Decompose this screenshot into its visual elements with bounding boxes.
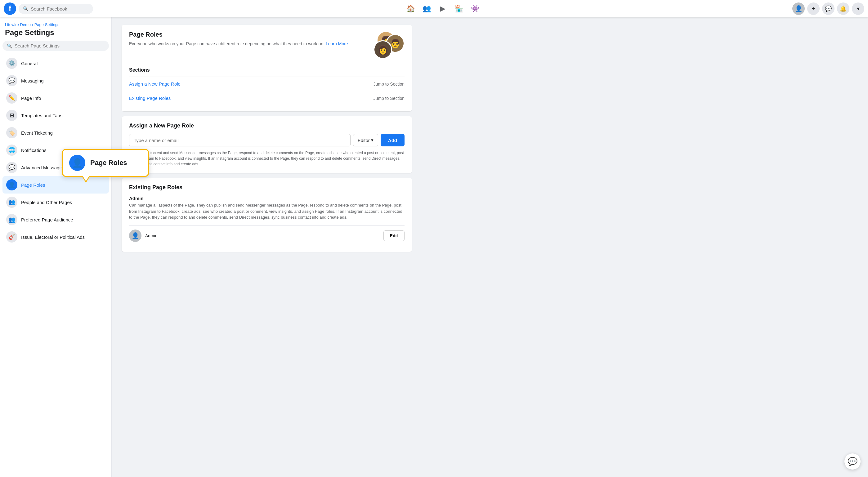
sidebar-item-messaging[interactable]: 💬 Messaging (2, 72, 109, 89)
page-info-icon: ✏️ (6, 92, 18, 104)
user-avatar[interactable]: 👤 (792, 2, 805, 15)
sidebar-item-label: Page Roles (21, 182, 45, 188)
topnav: f 🔍 🏠 👥 ▶ 🏪 👾 👤 + 💬 🔔 ▾ (0, 0, 868, 18)
account-menu-button[interactable]: ▾ (852, 2, 864, 15)
nav-watch-button[interactable]: ▶ (435, 1, 450, 16)
event-icon: 🏷️ (6, 127, 18, 138)
admin-user-row: 👤 Admin Edit (129, 225, 405, 246)
section-row-existing: Existing Page Roles Jump to Section (129, 91, 405, 105)
sidebar-item-page-info[interactable]: ✏️ Page Info (2, 89, 109, 107)
sidebar: Lifewire Demo › Page Settings Page Setti… (0, 18, 112, 477)
assign-name-email-input[interactable] (129, 134, 350, 147)
learn-more-link[interactable]: Learn More (326, 41, 348, 46)
tooltip-icon: 👤 (69, 155, 85, 171)
breadcrumb-current: Page Settings (34, 22, 60, 27)
facebook-logo[interactable]: f (4, 2, 16, 15)
page-roles-desc: Everyone who works on your Page can have… (129, 41, 348, 47)
sidebar-item-label: Templates and Tabs (21, 113, 62, 118)
admin-user-name: Admin (145, 233, 158, 238)
avatar-group: 👩 👨 👩 (367, 31, 405, 56)
tooltip-text: Page Roles (90, 159, 127, 167)
page-roles-header-text: Page Roles Everyone who works on your Pa… (129, 31, 348, 47)
role-dropdown-button[interactable]: Editor ▾ (353, 134, 378, 147)
assign-new-role-card: Assign a New Page Role Editor ▾ Add Can … (122, 116, 412, 173)
existing-jump-link[interactable]: Jump to Section (373, 96, 405, 101)
nav-right: 👤 + 💬 🔔 ▾ (792, 2, 864, 15)
sections-container: Sections Assign a New Page Role Jump to … (129, 62, 405, 105)
sidebar-item-preferred-page-audience[interactable]: 👥 Preferred Page Audience (2, 211, 109, 228)
chat-fab-button[interactable]: 💬 (844, 453, 861, 470)
admin-user-avatar: 👤 (129, 229, 142, 242)
tooltip-person-icon: 👤 (72, 158, 83, 168)
sidebar-item-people-other-pages[interactable]: 👥 People and Other Pages (2, 194, 109, 211)
role-label: Editor (358, 138, 370, 143)
sidebar-item-templates-tabs[interactable]: ⊞ Templates and Tabs (2, 107, 109, 124)
notifications-button[interactable]: 🔔 (837, 2, 849, 15)
sidebar-item-label: Advanced Messaging (21, 165, 65, 170)
breadcrumb-parent[interactable]: Lifewire Demo (5, 22, 31, 27)
notifications-icon: 🌐 (6, 145, 18, 156)
main-content: Page Roles Everyone who works on your Pa… (112, 18, 422, 477)
existing-roles-title: Existing Page Roles (129, 184, 405, 191)
existing-card-body: Existing Page Roles Admin Can manage all… (122, 178, 412, 252)
page-roles-overview-card: Page Roles Everyone who works on your Pa… (122, 25, 412, 112)
dropdown-icon: ▾ (371, 137, 373, 143)
breadcrumb: Lifewire Demo › Page Settings (2, 22, 109, 28)
sidebar-search-input[interactable] (14, 43, 104, 49)
assign-new-role-link[interactable]: Assign a New Page Role (129, 81, 181, 87)
sidebar-item-label: Issue, Electoral or Political Ads (21, 234, 85, 240)
section-row-assign: Assign a New Page Role Jump to Section (129, 76, 405, 91)
sidebar-item-label: People and Other Pages (21, 200, 72, 205)
avatar-3: 👩 (373, 40, 392, 59)
add-role-button[interactable]: Add (381, 134, 405, 147)
nav-friends-button[interactable]: 👥 (419, 1, 434, 16)
sidebar-item-label: Preferred Page Audience (21, 217, 73, 222)
existing-roles-card: Existing Page Roles Admin Can manage all… (122, 178, 412, 252)
page-roles-header: Page Roles Everyone who works on your Pa… (129, 31, 405, 56)
sidebar-item-event-ticketing[interactable]: 🏷️ Event Ticketing (2, 124, 109, 141)
templates-icon: ⊞ (6, 110, 18, 121)
page-roles-overview-body: Page Roles Everyone who works on your Pa… (122, 25, 412, 112)
create-button[interactable]: + (807, 2, 819, 15)
sections-title: Sections (129, 67, 405, 73)
nav-groups-button[interactable]: 👾 (467, 1, 483, 16)
page-roles-title: Page Roles (129, 31, 348, 38)
search-icon: 🔍 (23, 6, 28, 11)
assign-input-row: Editor ▾ Add (129, 134, 405, 147)
assign-description: Can publish content and send Messenger m… (129, 150, 405, 167)
layout: Lifewire Demo › Page Settings Page Setti… (0, 18, 868, 477)
page-roles-desc-text: Everyone who works on your Page can have… (129, 41, 324, 46)
sidebar-item-general[interactable]: ⚙️ General (2, 55, 109, 72)
search-bar[interactable]: 🔍 (19, 4, 93, 14)
sidebar-search-icon: 🔍 (7, 43, 12, 49)
page-title: Page Settings (2, 28, 109, 41)
preferred-audience-icon: 👥 (6, 214, 18, 225)
edit-admin-button[interactable]: Edit (383, 230, 405, 241)
issue-icon: 🎸 (6, 231, 18, 243)
sidebar-item-page-roles[interactable]: 👤 Page Roles (2, 176, 109, 194)
assign-jump-link[interactable]: Jump to Section (373, 82, 405, 87)
page-roles-tooltip: 👤 Page Roles (62, 149, 149, 177)
fb-letter: f (9, 4, 11, 13)
sidebar-item-label: Page Info (21, 96, 41, 101)
admin-role-description: Can manage all aspects of the Page. They… (129, 202, 405, 221)
admin-user-left: 👤 Admin (129, 229, 158, 242)
people-icon: 👥 (6, 197, 18, 208)
sidebar-item-issue-electoral[interactable]: 🎸 Issue, Electoral or Political Ads (2, 228, 109, 246)
nav-center: 🏠 👥 ▶ 🏪 👾 (96, 1, 790, 16)
admin-role-title: Admin (129, 196, 405, 201)
nav-home-button[interactable]: 🏠 (403, 1, 418, 16)
assign-title: Assign a New Page Role (129, 123, 405, 129)
sidebar-item-label: General (21, 61, 37, 66)
sidebar-search-bar[interactable]: 🔍 (2, 41, 109, 51)
advanced-messaging-icon: 💬 (6, 162, 18, 173)
assign-card-body: Assign a New Page Role Editor ▾ Add Can … (122, 116, 412, 173)
page-roles-icon: 👤 (6, 179, 18, 190)
nav-marketplace-button[interactable]: 🏪 (452, 1, 466, 16)
tooltip-arrow-inner (82, 175, 90, 181)
messenger-button[interactable]: 💬 (822, 2, 835, 15)
sidebar-item-label: Messaging (21, 78, 44, 84)
search-input[interactable] (31, 6, 89, 11)
sidebar-item-label: Event Ticketing (21, 130, 53, 135)
existing-roles-link[interactable]: Existing Page Roles (129, 96, 170, 101)
